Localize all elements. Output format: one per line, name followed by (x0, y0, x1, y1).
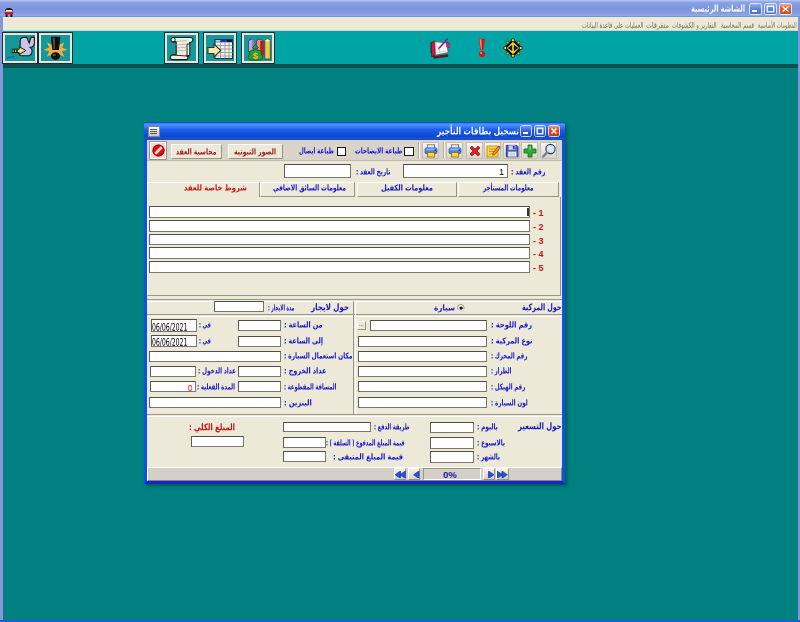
svg-text:$: $ (252, 49, 258, 60)
